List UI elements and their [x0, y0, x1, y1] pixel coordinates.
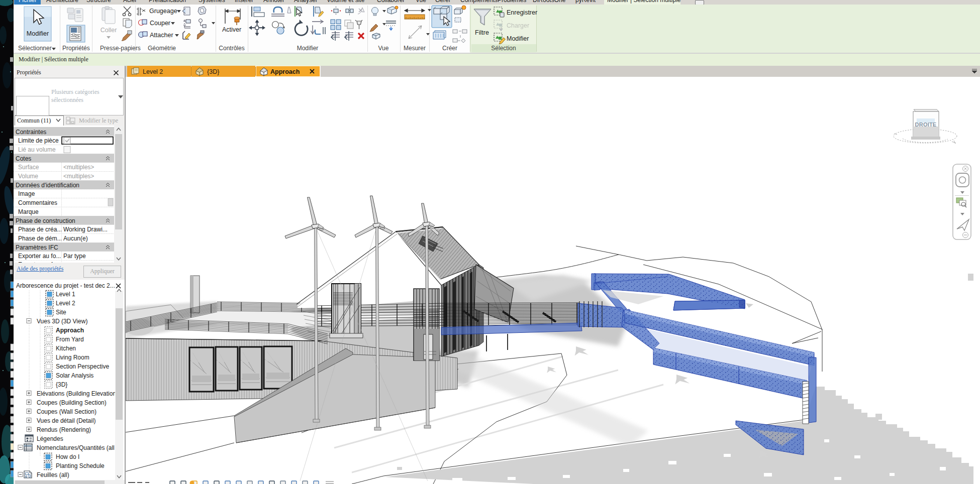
svg-text:Paramètres IFC: Paramètres IFC: [16, 244, 58, 251]
svg-text:Solar Analysis: Solar Analysis: [56, 372, 93, 379]
svg-text:Living Room: Living Room: [56, 354, 89, 361]
svg-text:Arborescence du projet - test: Arborescence du projet - test dec 2...: [16, 282, 115, 289]
svg-text:Site: Site: [56, 309, 66, 316]
svg-text:Créer: Créer: [442, 45, 457, 52]
svg-text:Modifier: Modifier: [297, 45, 319, 52]
svg-text:Volume: Volume: [18, 173, 38, 180]
svg-text:Aucun(e): Aucun(e): [63, 235, 88, 242]
svg-text:{3D}: {3D}: [207, 68, 219, 75]
svg-text:Par type: Par type: [63, 253, 86, 260]
svg-text:<multiples>: <multiples>: [63, 173, 94, 180]
svg-text:Nomenclatures/Quantités (all: Nomenclatures/Quantités (all: [37, 444, 115, 451]
svg-text:Limite de pièce: Limite de pièce: [18, 137, 59, 144]
svg-text:Sélection: Sélection: [491, 45, 516, 52]
svg-text:Exporter au fo...: Exporter au fo...: [18, 261, 61, 263]
svg-text:DROITE: DROITE: [915, 122, 937, 128]
svg-text:Coupes (Wall Section): Coupes (Wall Section): [37, 408, 96, 415]
svg-text:Level 2: Level 2: [143, 68, 163, 75]
svg-text:Lié au volume: Lié au volume: [18, 146, 56, 153]
svg-text:Image: Image: [18, 190, 35, 197]
svg-text:Vues de détail (Detail): Vues de détail (Detail): [37, 417, 96, 424]
svg-text:Sélectionner: Sélectionner: [18, 45, 52, 52]
svg-text:Modifier: Modifier: [507, 35, 529, 42]
svg-text:Phase de construction: Phase de construction: [16, 217, 75, 224]
svg-text:Vue: Vue: [378, 45, 389, 52]
svg-text:Presse-papiers: Presse-papiers: [100, 45, 141, 52]
svg-text:Marque: Marque: [18, 208, 39, 215]
svg-text:From Yard: From Yard: [56, 336, 84, 343]
svg-text:Working Drawi...: Working Drawi...: [63, 226, 108, 233]
svg-text:Coupes (Building Section): Coupes (Building Section): [37, 399, 107, 406]
svg-text:Level 2: Level 2: [56, 300, 75, 307]
svg-text:Filtre: Filtre: [475, 29, 489, 36]
svg-text:Elévations (Building Elevation: Elévations (Building Elevation: [37, 390, 116, 397]
svg-text:Charger: Charger: [507, 22, 529, 29]
svg-text:Phase de créa...: Phase de créa...: [18, 226, 62, 233]
svg-text:Légendes: Légendes: [37, 435, 63, 442]
svg-text:Rendus (Rendering): Rendus (Rendering): [37, 426, 91, 433]
svg-text:Couper: Couper: [150, 20, 170, 27]
svg-text:Approach: Approach: [56, 327, 84, 334]
svg-text:Vues 3D (3D View): Vues 3D (3D View): [37, 318, 87, 325]
svg-text:Cotes: Cotes: [16, 155, 31, 162]
svg-text:Propriétés: Propriétés: [62, 45, 90, 52]
svg-text:Données d'identification: Données d'identification: [16, 182, 79, 189]
svg-text:Exporter au fo...: Exporter au fo...: [18, 253, 61, 260]
svg-text:Géométrie: Géométrie: [148, 45, 176, 52]
svg-text:Contraintes: Contraintes: [16, 129, 46, 136]
svg-text:Activer: Activer: [222, 26, 241, 33]
svg-text:Phase de dém...: Phase de dém...: [18, 235, 62, 242]
svg-text:Planting Schedule: Planting Schedule: [56, 462, 105, 469]
svg-text:Commentaires: Commentaires: [18, 199, 57, 206]
svg-text:Kitchen: Kitchen: [56, 345, 76, 352]
svg-text:Surface: Surface: [18, 164, 39, 171]
svg-text:Approach: Approach: [270, 68, 300, 75]
svg-text:How do I: How do I: [56, 453, 79, 460]
svg-text:Grugeage: Grugeage: [149, 8, 177, 15]
svg-text:<multiples>: <multiples>: [63, 164, 94, 171]
svg-text:Enregistrer: Enregistrer: [507, 9, 537, 16]
svg-text:Feuilles (all): Feuilles (all): [37, 471, 69, 478]
svg-text:Modifier: Modifier: [27, 30, 49, 37]
svg-text:Section Perspective: Section Perspective: [56, 363, 109, 370]
svg-text:{3D}: {3D}: [56, 381, 67, 388]
svg-text:Coller: Coller: [101, 27, 117, 34]
svg-text:Contrôles: Contrôles: [219, 45, 244, 52]
svg-text:Level 1: Level 1: [56, 291, 75, 298]
svg-text:Mesurer: Mesurer: [404, 45, 426, 52]
svg-text:Attacher: Attacher: [150, 32, 173, 39]
